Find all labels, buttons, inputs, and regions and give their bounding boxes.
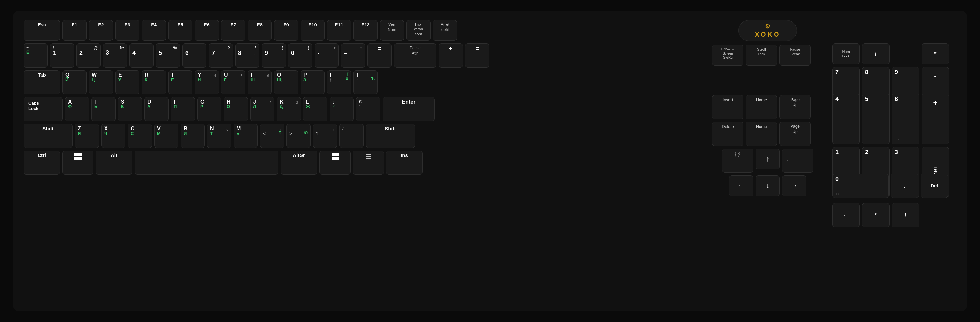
key-numpad-backspace[interactable]: ← [832,203,860,227]
key-z[interactable]: Z Я [75,124,99,148]
key-pause-break[interactable]: PauseBreak [780,45,811,66]
key-4[interactable]: ; 4 [129,43,154,68]
key-verr-num[interactable]: VerrNum [380,20,404,41]
key-numpad-dot[interactable]: . [891,174,918,198]
key-o[interactable]: O Щ [274,70,298,94]
key-f10[interactable]: F10 [301,20,325,41]
key-2[interactable]: @ 2 [76,43,100,68]
key-e[interactable]: E У [115,70,140,94]
key-w[interactable]: W Ц [89,70,113,94]
key-colon[interactable]: ; Э [329,97,354,121]
key-arrow-right[interactable]: → [782,175,806,196]
key-f5[interactable]: F5 [168,20,192,41]
key-page-up-top[interactable]: PageUp [780,95,811,119]
key-q[interactable]: Q Й [62,70,87,94]
key-alt-left[interactable]: Alt [96,151,132,175]
key-r[interactable]: R К [142,70,166,94]
key-f2[interactable]: F2 [89,20,113,41]
key-colon-np[interactable]: : . [782,149,813,173]
key-arrow-left[interactable]: ← [729,175,753,196]
key-numpad-slash[interactable]: / [862,43,889,64]
key-print-screen[interactable]: ImprecranSyst [406,20,431,41]
key-0[interactable]: ) 0 [288,43,312,68]
key-delete[interactable]: Delete [712,122,743,146]
key-f12[interactable]: F12 [353,20,378,41]
key-pause-attn[interactable]: PauseAttn [394,43,436,68]
key-l[interactable]: K 3 Д [277,97,301,121]
key-plus-fn[interactable]: + [439,43,463,68]
key-bracket-l[interactable]: [ Ї { Х [327,70,351,94]
key-m[interactable]: M Ь [234,124,258,148]
key-g[interactable]: F П [171,97,195,121]
key-5[interactable]: % 5 [156,43,180,68]
key-semicolon[interactable]: L Ж [303,97,327,121]
key-arrow-down[interactable]: ↓ [756,175,780,196]
key-1[interactable]: ! 1 [50,43,74,68]
key-equals[interactable]: + = [341,43,365,68]
key-home-top[interactable]: Home [746,95,777,119]
key-numpad-asterisk2[interactable]: * [862,203,889,227]
key-altgr[interactable]: AltGr [281,151,317,175]
key-numpad-6[interactable]: 6 → [892,94,919,144]
key-numpad-5[interactable]: 5 [862,94,889,144]
key-tilde[interactable]: ~ Ё [24,43,48,68]
key-f[interactable]: D А [145,97,169,121]
key-v[interactable]: V М [154,124,178,148]
key-num-lock[interactable]: NumLock [832,43,860,64]
key-3[interactable]: № 3 [103,43,127,68]
key-ctrl-left[interactable]: Ctrl [24,151,60,175]
key-enter[interactable]: Enter [382,97,435,121]
key-quote[interactable]: € " [356,97,380,121]
key-caps-lock[interactable]: CapsLock [24,97,63,121]
key-win-right[interactable] [320,151,350,175]
key-9[interactable]: ( 9 [262,43,286,68]
key-f7[interactable]: F7 [221,20,245,41]
key-u[interactable]: U 5 Г [221,70,245,94]
key-numpad-4[interactable]: 4 ← [832,94,860,144]
key-menu[interactable]: ☰ [353,151,384,175]
key-a[interactable]: A Ф [65,97,89,121]
key-equals2[interactable]: = [368,43,392,68]
key-f1[interactable]: F1 [62,20,87,41]
key-6[interactable]: : 6 [182,43,207,68]
key-home-mid[interactable]: Home [746,122,777,146]
key-page-down[interactable]: PageUp [780,122,811,146]
key-h[interactable]: G Р [197,97,221,121]
key-arrow-up[interactable]: ↑ [756,149,780,170]
key-bracket-r[interactable]: ] } Ъ [353,70,378,94]
key-equals-fn[interactable]: = [465,43,489,68]
key-s[interactable]: I Ы [91,97,116,121]
key-ins-bottom[interactable]: Ins [386,151,423,175]
key-t[interactable]: T Е [168,70,192,94]
key-shift-left[interactable]: Shift [24,124,73,148]
key-numpad-plus[interactable]: + [921,94,949,144]
key-see-you[interactable]: SEEYOU [722,149,753,173]
key-slash[interactable]: , ? [313,124,337,148]
key-p[interactable]: P З [301,70,325,94]
key-i[interactable]: I 6 Ш [248,70,272,94]
key-scroll-lock[interactable]: ScrollLock [746,45,777,66]
key-shift-right[interactable]: Shift [366,124,415,148]
key-j[interactable]: H 1 О [224,97,248,121]
key-period[interactable]: . > Ю [286,124,311,148]
key-comma[interactable]: , < Б [260,124,284,148]
key-numpad-backslash[interactable]: \ [892,203,919,227]
key-esc[interactable]: Esc [24,20,60,41]
key-tab[interactable]: Tab [24,70,60,94]
key-f8[interactable]: F8 [248,20,272,41]
key-x[interactable]: X Ч [101,124,126,148]
key-n[interactable]: N 0 Т [207,124,231,148]
key-k[interactable]: J 2 Л [250,97,274,121]
key-numpad-asterisk[interactable]: * [921,43,949,64]
key-f11[interactable]: F11 [327,20,351,41]
key-backslash[interactable]: / [339,124,364,148]
key-f6[interactable]: F6 [195,20,219,41]
key-8[interactable]: * 8 8 [235,43,259,68]
key-print-screen-nav[interactable]: Prin— ←ScreenSysRq [712,45,743,66]
key-insert[interactable]: Insert [712,95,743,119]
key-space[interactable] [135,151,278,175]
key-y[interactable]: Y 4 Н [195,70,219,94]
key-minus[interactable]: + - [315,43,339,68]
key-c[interactable]: C С [128,124,152,148]
key-d[interactable]: S В [118,97,142,121]
